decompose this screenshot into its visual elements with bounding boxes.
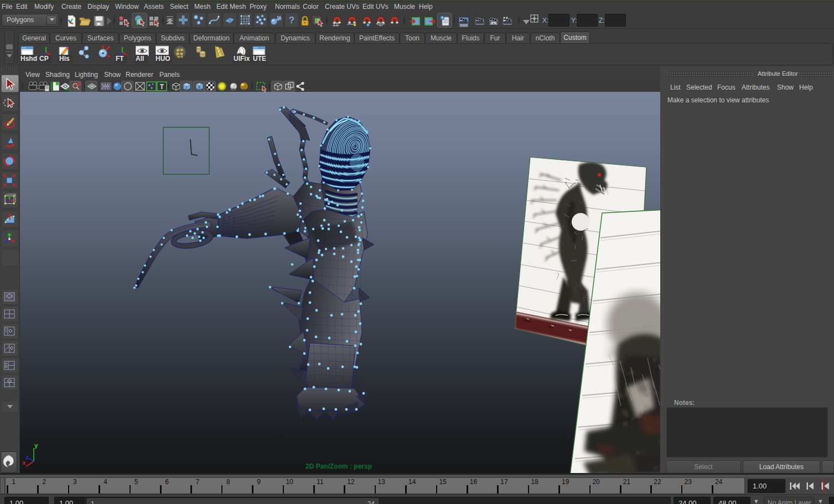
svg-text:T: T	[160, 83, 164, 91]
svg-text:y: y	[34, 443, 38, 449]
svg-text:z: z	[25, 454, 29, 461]
svg-text:IPR: IPR	[491, 21, 497, 25]
svg-text:?: ?	[289, 15, 294, 25]
svg-text:x: x	[22, 460, 26, 466]
